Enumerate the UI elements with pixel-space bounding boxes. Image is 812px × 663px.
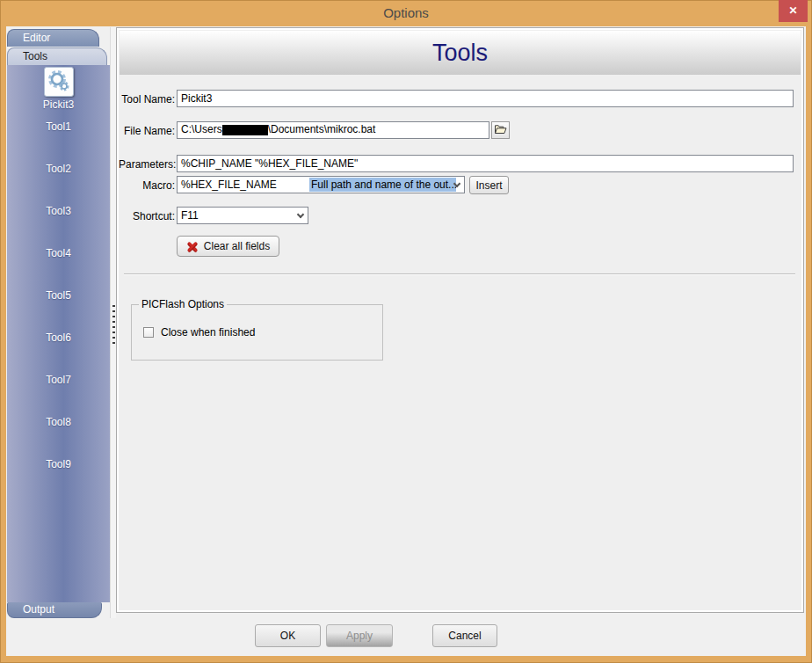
parameters-label: Parameters: (119, 158, 175, 171)
sidebar-item-tool6[interactable]: Tool6 (7, 332, 110, 344)
open-folder-icon (494, 124, 507, 137)
sidebar-item-tool2[interactable]: Tool2 (7, 163, 110, 175)
tab-tools[interactable]: Tools (7, 47, 107, 65)
shortcut-label: Shortcut: (119, 210, 175, 222)
titlebar[interactable]: Options ✕ (0, 0, 812, 26)
close-when-finished-label: Close when finished (161, 326, 255, 339)
ok-button[interactable]: OK (255, 624, 321, 647)
sidebar-item-tool1[interactable]: Tool1 (7, 120, 110, 133)
macro-combobox[interactable]: %HEX_FILE_NAME Full path and name of the… (177, 176, 465, 193)
tab-output-label: Output (23, 603, 54, 616)
splitter[interactable] (110, 27, 116, 618)
tool-name-label: Tool Name: (119, 93, 175, 106)
sidebar-item-tool3[interactable]: Tool3 (7, 205, 110, 217)
cancel-button[interactable]: Cancel (432, 624, 497, 647)
macro-label: Macro: (119, 179, 175, 192)
clear-all-fields-button[interactable]: Clear all fields (177, 236, 279, 257)
sidebar-item-tool8[interactable]: Tool8 (7, 416, 110, 428)
redacted-username (222, 125, 268, 135)
window-title: Options (0, 5, 812, 20)
close-icon: ✕ (788, 4, 797, 17)
sidebar-item-tool5[interactable]: Tool5 (7, 289, 110, 302)
close-when-finished-checkbox[interactable] (143, 327, 154, 338)
gears-icon (44, 67, 74, 97)
shortcut-value: F11 (181, 209, 199, 222)
separator (124, 273, 795, 275)
apply-button[interactable]: Apply (326, 624, 393, 647)
sidebar-item-pickit3-label: Pickit3 (7, 98, 110, 111)
tab-editor[interactable]: Editor (7, 29, 99, 47)
sidebar: Pickit3 Tool1 Tool2 Tool3 Tool4 Tool5 To… (7, 65, 110, 602)
file-path-prefix: C:\Users (181, 123, 222, 135)
parameters-input[interactable] (177, 155, 794, 172)
dialog-client-area: Editor Tools Pickit3 Tool1 Tool2 Too (6, 26, 806, 656)
browse-button[interactable] (491, 121, 510, 139)
file-name-field[interactable]: C:\Users\Documents\mikroc.bat (177, 121, 489, 139)
picflash-options-group: PICFlash Options Close when finished (131, 304, 383, 361)
macro-description-highlight: Full path and name of the out... (309, 178, 456, 192)
sidebar-item-tool4[interactable]: Tool4 (7, 247, 110, 259)
clear-all-fields-label: Clear all fields (204, 240, 270, 252)
insert-button[interactable]: Insert (469, 176, 509, 194)
file-path-suffix: \Documents\mikroc.bat (268, 123, 376, 135)
sidebar-item-tool9[interactable]: Tool9 (7, 458, 110, 470)
tab-tools-label: Tools (23, 50, 47, 62)
tool-name-input[interactable] (177, 90, 794, 107)
close-button[interactable]: ✕ (779, 0, 808, 22)
red-x-icon (186, 241, 199, 252)
macro-value: %HEX_FILE_NAME (181, 178, 277, 191)
file-name-label: File Name: (119, 125, 175, 137)
options-window: Options ✕ Editor Tools (0, 0, 812, 663)
grip-dots-icon (112, 305, 115, 346)
page-title: Tools (120, 31, 801, 75)
tab-output[interactable]: Output (7, 602, 102, 618)
tools-panel: Tools Tool Name: File Name: C:\Users\Doc… (116, 27, 804, 613)
tab-editor-label: Editor (23, 32, 50, 44)
chevron-down-icon (449, 177, 464, 193)
picflash-options-title: PICFlash Options (139, 298, 227, 310)
sidebar-item-tool7[interactable]: Tool7 (7, 374, 110, 386)
sidebar-item-pickit3[interactable]: Pickit3 (7, 67, 110, 99)
shortcut-combobox[interactable]: F11 (177, 207, 308, 224)
chevron-down-icon (293, 208, 308, 223)
